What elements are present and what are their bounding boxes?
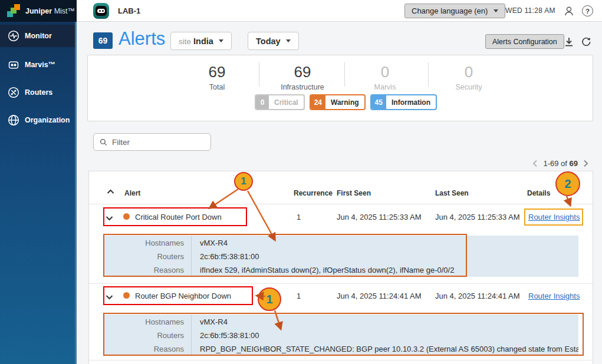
detail-value: 2c:6b:f5:38:81:00 <box>191 329 578 342</box>
globe-icon <box>7 114 19 127</box>
alerts-table: Alert Recurrence First Seen Last Seen De… <box>88 171 593 364</box>
alert-last-seen: Jun 4, 2025 11:24:41 AM <box>435 292 520 300</box>
severity-filter-critical[interactable]: 0 Critical <box>255 94 305 110</box>
alerts-configuration-button[interactable]: Alerts Configuration <box>485 34 564 49</box>
stat-total: 69 Total <box>179 63 255 91</box>
warning-label: Warning <box>325 95 364 109</box>
org-name: LAB-1 <box>118 0 140 22</box>
alert-recurrence: 1 <box>297 292 301 300</box>
stat-security-value: 0 <box>430 63 507 81</box>
col-header-details[interactable]: Details <box>527 189 550 197</box>
severity-filter-warning[interactable]: 24 Warning <box>310 94 366 110</box>
site-selector[interactable]: site India <box>170 32 232 50</box>
stat-divider <box>428 62 429 87</box>
detail-value: RPD_BGP_NEIGHBOR_STATE_CHANGED: BGP peer… <box>191 342 578 356</box>
search-icon <box>100 138 107 146</box>
stat-total-label: Total <box>179 83 255 91</box>
pagination-range: 1-69 of 69 <box>543 159 578 168</box>
download-icon[interactable] <box>563 36 575 48</box>
prev-page-icon[interactable] <box>532 160 538 167</box>
detail-row-routers: Routers 2c:6b:f5:38:81:00 <box>104 329 578 342</box>
severity-filter-information[interactable]: 45 Information <box>370 94 437 110</box>
alerts-summary-card: 69 Total 69 Infrastructure 0 Marvis 0 Se… <box>87 55 593 121</box>
detail-label: Routers <box>104 252 191 261</box>
alert-name: Router BGP Neighbor Down <box>135 292 231 300</box>
expand-row-icon[interactable] <box>104 293 114 301</box>
stat-total-value: 69 <box>179 63 255 81</box>
critical-label: Critical <box>269 95 304 109</box>
detail-value: vMX-R4 <box>191 315 578 329</box>
expand-row-icon[interactable] <box>104 214 114 222</box>
divider <box>89 360 593 360</box>
detail-value: vMX-R4 <box>191 236 578 250</box>
critical-count: 0 <box>256 95 269 109</box>
change-language-button[interactable]: Change language (en) <box>404 4 505 18</box>
stat-infrastructure: 69 Infrastructure <box>264 63 341 91</box>
alert-last-seen: Jun 4, 2025 11:25:33 AM <box>435 213 520 221</box>
severity-filter-row: 0 Critical 24 Warning 45 Information <box>255 94 437 110</box>
sidebar-item-label: Organization <box>25 116 70 124</box>
sidebar-item-routers[interactable]: Routers <box>0 81 77 104</box>
alert-detail-panel: Hostnames vMX-R4 Routers 2c:6b:f5:38:81:… <box>104 315 578 356</box>
stat-security-label: Security <box>430 83 507 91</box>
severity-dot-icon <box>123 292 130 299</box>
sidebar-item-label: Monitor <box>25 32 52 40</box>
detail-label: Reasons <box>104 345 191 353</box>
alert-detail-panel: Hostnames vMX-R4 Routers 2c:6b:f5:38:81:… <box>104 236 578 277</box>
detail-label: Hostnames <box>104 239 191 247</box>
topbar: LAB-1 Change language (en) WED 11:28 AM … <box>77 0 602 22</box>
user-account-icon[interactable] <box>562 5 575 17</box>
marvis-icon <box>7 59 19 71</box>
page-title: Alerts <box>119 28 165 49</box>
pagination-total: 69 <box>570 159 578 168</box>
alerts-configuration-label: Alerts Configuration <box>492 38 557 46</box>
alert-first-seen: Jun 4, 2025 11:25:33 AM <box>337 213 422 221</box>
stat-divider <box>344 62 345 87</box>
stat-divider <box>259 62 259 87</box>
sidebar-item-monitor[interactable]: Monitor <box>0 25 77 47</box>
datetime-label: WED 11:28 AM <box>505 0 555 22</box>
next-page-icon[interactable] <box>583 160 588 167</box>
col-header-recurrence[interactable]: Recurrence <box>294 189 333 197</box>
pagination: 1-69 of 69 <box>505 158 588 168</box>
time-range-selector[interactable]: Today <box>248 32 299 50</box>
alert-name: Critical Router Port Down <box>135 213 222 221</box>
alert-first-seen: Jun 4, 2025 11:24:41 AM <box>337 292 422 300</box>
logo-text-mist: Mist™ <box>54 7 75 15</box>
stat-marvis-value: 0 <box>347 63 423 81</box>
alerts-page: Juniper Mist™ Monitor Marvis™ <box>0 0 602 364</box>
alerts-count-badge: 69 <box>93 32 113 49</box>
change-language-label: Change language (en) <box>412 6 488 15</box>
caret-down-icon <box>494 9 498 12</box>
sidebar-item-marvis[interactable]: Marvis™ <box>0 54 77 76</box>
collapse-all-icon[interactable] <box>106 187 115 196</box>
sidebar: Juniper Mist™ Monitor Marvis™ <box>0 0 77 364</box>
caret-down-icon <box>219 39 223 42</box>
sidebar-item-organization[interactable]: Organization <box>0 109 77 131</box>
stat-marvis-label: Marvis <box>347 83 423 91</box>
logo-text: Juniper Mist™ <box>25 7 75 15</box>
stat-security: 0 Security <box>430 63 507 91</box>
alert-recurrence: 1 <box>297 213 301 221</box>
col-header-first-seen[interactable]: First Seen <box>337 189 371 197</box>
monitor-icon <box>7 30 19 42</box>
filter-field[interactable] <box>93 133 211 151</box>
juniper-mist-logo[interactable]: Juniper Mist™ <box>0 0 77 22</box>
router-insights-link[interactable]: Router Insights <box>528 213 580 221</box>
stat-marvis: 0 Marvis <box>347 63 423 91</box>
detail-label: Hostnames <box>104 317 191 326</box>
sidebar-item-label: Marvis™ <box>25 61 55 69</box>
logo-text-juniper: Juniper <box>25 7 52 15</box>
marvis-app-icon[interactable] <box>93 3 109 19</box>
site-value-label: India <box>193 37 213 46</box>
col-header-alert[interactable]: Alert <box>124 189 140 197</box>
detail-value: 2c:6b:f5:38:81:00 <box>191 250 578 263</box>
router-insights-link[interactable]: Router Insights <box>528 292 580 300</box>
col-header-last-seen[interactable]: Last Seen <box>435 189 469 197</box>
time-range-label: Today <box>256 37 281 46</box>
detail-label: Routers <box>104 331 191 340</box>
information-count: 45 <box>371 95 386 109</box>
refresh-icon[interactable] <box>580 36 592 48</box>
filter-input[interactable] <box>112 138 200 147</box>
help-icon[interactable]: ? <box>581 5 594 17</box>
